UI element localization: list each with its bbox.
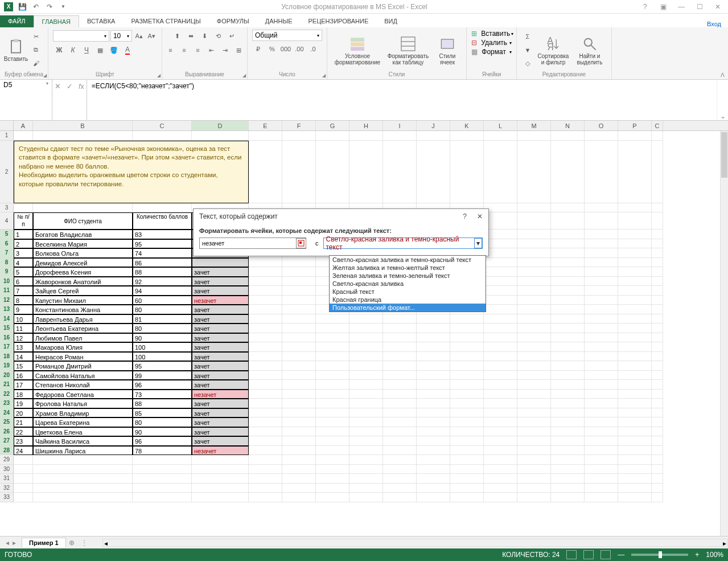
cell[interactable] — [417, 455, 450, 465]
cell[interactable] — [316, 361, 349, 371]
cell[interactable] — [652, 212, 663, 230]
cell[interactable] — [316, 314, 349, 324]
cell[interactable] — [282, 455, 316, 465]
cell[interactable]: 99 — [133, 371, 192, 380]
view-pagebreak-icon[interactable] — [601, 550, 611, 559]
insert-cells-button[interactable]: ⊞ Вставить▾ — [471, 30, 512, 38]
cell[interactable] — [316, 333, 349, 343]
cell[interactable] — [316, 465, 349, 474]
cell[interactable] — [383, 352, 417, 362]
column-header-J[interactable]: J — [417, 121, 450, 130]
cell[interactable] — [133, 474, 192, 484]
cell[interactable]: 80 — [133, 417, 192, 427]
cell[interactable] — [618, 230, 652, 239]
undo-icon[interactable]: ↶ — [30, 1, 42, 13]
cell[interactable] — [316, 455, 349, 465]
clipboard-launcher-icon[interactable]: ◢ — [43, 73, 47, 78]
cell[interactable] — [618, 314, 652, 324]
cell[interactable] — [192, 465, 249, 474]
cell[interactable] — [551, 305, 585, 314]
cell[interactable] — [450, 455, 484, 465]
cell[interactable] — [14, 455, 33, 465]
cell[interactable] — [585, 371, 618, 380]
cell[interactable] — [316, 417, 349, 427]
cell[interactable] — [551, 465, 585, 474]
cell[interactable] — [585, 465, 618, 474]
cell[interactable]: 8 — [14, 296, 33, 305]
cell[interactable]: 12 — [14, 333, 33, 343]
cell[interactable] — [249, 267, 282, 277]
column-header-B[interactable]: B — [33, 121, 133, 130]
cell[interactable] — [551, 493, 585, 502]
cell[interactable] — [484, 484, 517, 493]
cell[interactable] — [517, 484, 551, 493]
cell[interactable] — [192, 484, 249, 493]
row-header[interactable]: 12 — [0, 296, 14, 305]
cell[interactable] — [618, 267, 652, 277]
cell[interactable] — [551, 352, 585, 362]
cell[interactable] — [282, 436, 316, 446]
cell[interactable]: 81 — [133, 314, 192, 324]
cell[interactable] — [450, 371, 484, 380]
cell[interactable] — [316, 342, 349, 352]
format-preset-dropdown[interactable]: Светло-красная заливка и темно-красный т… — [329, 255, 486, 312]
cell[interactable] — [517, 371, 551, 380]
cell[interactable]: 23 — [14, 436, 33, 446]
decrease-font-icon[interactable]: A▾ — [146, 30, 157, 42]
cell[interactable] — [652, 380, 663, 390]
cell[interactable] — [383, 455, 417, 465]
cell[interactable] — [618, 131, 652, 141]
cell[interactable] — [349, 361, 383, 371]
help-icon[interactable]: ? — [639, 3, 651, 11]
cell[interactable] — [33, 131, 133, 141]
column-header-O[interactable]: O — [585, 121, 618, 130]
cell[interactable] — [349, 417, 383, 427]
delete-cells-button[interactable]: ⊟ Удалить▾ — [471, 39, 512, 47]
cell[interactable] — [450, 417, 484, 427]
cell[interactable] — [383, 417, 417, 427]
row-header[interactable]: 28 — [0, 446, 14, 456]
cell[interactable] — [585, 267, 618, 277]
qat-customize-icon[interactable]: ▼ — [57, 1, 69, 13]
cell[interactable] — [249, 352, 282, 362]
cell[interactable] — [652, 239, 663, 249]
cell[interactable] — [316, 484, 349, 493]
cell[interactable] — [450, 484, 484, 493]
cell[interactable] — [618, 239, 652, 249]
cell[interactable]: 6 — [14, 277, 33, 286]
cell[interactable] — [349, 371, 383, 380]
row-header[interactable]: 23 — [0, 399, 14, 408]
cell[interactable] — [383, 314, 417, 324]
cell[interactable] — [282, 324, 316, 333]
row-header[interactable]: 10 — [0, 277, 14, 286]
column-header-D[interactable]: D — [192, 121, 249, 130]
cell[interactable]: 16 — [14, 371, 33, 380]
zoom-in-icon[interactable]: + — [695, 551, 699, 559]
cell[interactable] — [349, 484, 383, 493]
cell[interactable] — [517, 390, 551, 399]
cell[interactable] — [383, 361, 417, 371]
cell[interactable] — [551, 267, 585, 277]
cell[interactable] — [417, 484, 450, 493]
zoom-level[interactable]: 100% — [706, 551, 723, 559]
cell[interactable] — [652, 324, 663, 333]
cell[interactable] — [585, 296, 618, 305]
cell[interactable]: Шишкина Лариса — [33, 446, 133, 456]
cell[interactable] — [484, 417, 517, 427]
maximize-icon[interactable]: ☐ — [694, 3, 705, 11]
cell[interactable] — [652, 296, 663, 305]
cell[interactable] — [249, 417, 282, 427]
cell[interactable] — [450, 141, 484, 203]
cell[interactable] — [316, 324, 349, 333]
cell[interactable] — [585, 212, 618, 230]
cell[interactable] — [450, 314, 484, 324]
cell[interactable] — [652, 286, 663, 296]
cell[interactable] — [450, 380, 484, 390]
dropdown-option[interactable]: Зеленая заливка и темно-зеленый текст — [330, 272, 486, 280]
cell[interactable] — [282, 267, 316, 277]
cell[interactable] — [383, 474, 417, 484]
cell[interactable] — [249, 455, 282, 465]
formula-input[interactable] — [87, 80, 717, 120]
cell[interactable]: Константинова Жанна — [33, 305, 133, 314]
cell[interactable] — [585, 436, 618, 446]
